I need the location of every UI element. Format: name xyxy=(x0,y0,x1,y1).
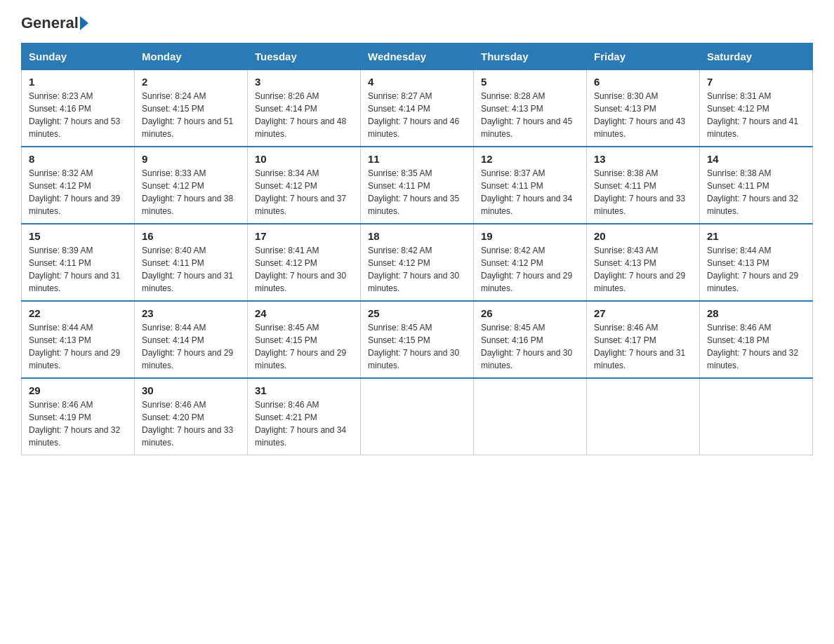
calendar-cell: 5Sunrise: 8:28 AMSunset: 4:13 PMDaylight… xyxy=(474,70,587,147)
calendar-cell: 31Sunrise: 8:46 AMSunset: 4:21 PMDayligh… xyxy=(248,378,361,455)
calendar-cell: 10Sunrise: 8:34 AMSunset: 4:12 PMDayligh… xyxy=(248,147,361,224)
day-number: 7 xyxy=(707,76,805,88)
day-info: Sunrise: 8:41 AMSunset: 4:12 PMDaylight:… xyxy=(255,244,353,295)
day-info: Sunrise: 8:46 AMSunset: 4:17 PMDaylight:… xyxy=(594,321,692,372)
calendar-cell: 8Sunrise: 8:32 AMSunset: 4:12 PMDaylight… xyxy=(22,147,135,224)
calendar-cell: 15Sunrise: 8:39 AMSunset: 4:11 PMDayligh… xyxy=(22,224,135,301)
calendar-cell: 28Sunrise: 8:46 AMSunset: 4:18 PMDayligh… xyxy=(700,301,813,378)
day-info: Sunrise: 8:40 AMSunset: 4:11 PMDaylight:… xyxy=(142,244,240,295)
page-header: General xyxy=(21,14,813,30)
day-info: Sunrise: 8:42 AMSunset: 4:12 PMDaylight:… xyxy=(481,244,579,295)
day-info: Sunrise: 8:43 AMSunset: 4:13 PMDaylight:… xyxy=(594,244,692,295)
calendar-cell: 3Sunrise: 8:26 AMSunset: 4:14 PMDaylight… xyxy=(248,70,361,147)
weekday-header-thursday: Thursday xyxy=(474,43,587,70)
day-number: 10 xyxy=(255,153,353,165)
day-info: Sunrise: 8:44 AMSunset: 4:13 PMDaylight:… xyxy=(29,321,127,372)
day-number: 15 xyxy=(29,230,127,242)
calendar-cell: 18Sunrise: 8:42 AMSunset: 4:12 PMDayligh… xyxy=(361,224,474,301)
day-info: Sunrise: 8:46 AMSunset: 4:19 PMDaylight:… xyxy=(29,398,127,449)
day-number: 28 xyxy=(707,307,805,319)
logo-line1: General xyxy=(21,14,88,32)
calendar-cell: 9Sunrise: 8:33 AMSunset: 4:12 PMDaylight… xyxy=(135,147,248,224)
day-number: 23 xyxy=(142,307,240,319)
day-info: Sunrise: 8:23 AMSunset: 4:16 PMDaylight:… xyxy=(29,90,127,140)
day-number: 8 xyxy=(29,153,127,165)
calendar-cell: 1Sunrise: 8:23 AMSunset: 4:16 PMDaylight… xyxy=(22,70,135,147)
day-number: 13 xyxy=(594,153,692,165)
calendar-cell: 22Sunrise: 8:44 AMSunset: 4:13 PMDayligh… xyxy=(22,301,135,378)
weekday-header-friday: Friday xyxy=(587,43,700,70)
calendar-cell: 30Sunrise: 8:46 AMSunset: 4:20 PMDayligh… xyxy=(135,378,248,455)
day-info: Sunrise: 8:44 AMSunset: 4:13 PMDaylight:… xyxy=(707,244,805,295)
weekday-header-saturday: Saturday xyxy=(700,43,813,70)
day-info: Sunrise: 8:37 AMSunset: 4:11 PMDaylight:… xyxy=(481,167,579,217)
day-info: Sunrise: 8:27 AMSunset: 4:14 PMDaylight:… xyxy=(368,90,466,140)
calendar-week-3: 15Sunrise: 8:39 AMSunset: 4:11 PMDayligh… xyxy=(22,224,813,301)
weekday-header-wednesday: Wednesday xyxy=(361,43,474,70)
calendar-cell: 2Sunrise: 8:24 AMSunset: 4:15 PMDaylight… xyxy=(135,70,248,147)
day-info: Sunrise: 8:35 AMSunset: 4:11 PMDaylight:… xyxy=(368,167,466,217)
calendar-table: SundayMondayTuesdayWednesdayThursdayFrid… xyxy=(21,43,813,455)
day-info: Sunrise: 8:38 AMSunset: 4:11 PMDaylight:… xyxy=(594,167,692,217)
calendar-week-4: 22Sunrise: 8:44 AMSunset: 4:13 PMDayligh… xyxy=(22,301,813,378)
calendar-cell: 13Sunrise: 8:38 AMSunset: 4:11 PMDayligh… xyxy=(587,147,700,224)
day-info: Sunrise: 8:45 AMSunset: 4:15 PMDaylight:… xyxy=(255,321,353,372)
day-info: Sunrise: 8:46 AMSunset: 4:20 PMDaylight:… xyxy=(142,398,240,449)
day-number: 1 xyxy=(29,76,127,88)
day-info: Sunrise: 8:28 AMSunset: 4:13 PMDaylight:… xyxy=(481,90,579,140)
calendar-cell: 4Sunrise: 8:27 AMSunset: 4:14 PMDaylight… xyxy=(361,70,474,147)
calendar-cell: 17Sunrise: 8:41 AMSunset: 4:12 PMDayligh… xyxy=(248,224,361,301)
calendar-cell: 23Sunrise: 8:44 AMSunset: 4:14 PMDayligh… xyxy=(135,301,248,378)
calendar-week-2: 8Sunrise: 8:32 AMSunset: 4:12 PMDaylight… xyxy=(22,147,813,224)
day-number: 6 xyxy=(594,76,692,88)
calendar-cell xyxy=(700,378,813,455)
day-number: 14 xyxy=(707,153,805,165)
day-number: 5 xyxy=(481,76,579,88)
day-info: Sunrise: 8:24 AMSunset: 4:15 PMDaylight:… xyxy=(142,90,240,140)
calendar-cell: 27Sunrise: 8:46 AMSunset: 4:17 PMDayligh… xyxy=(587,301,700,378)
calendar-cell: 25Sunrise: 8:45 AMSunset: 4:15 PMDayligh… xyxy=(361,301,474,378)
day-number: 9 xyxy=(142,153,240,165)
calendar-week-1: 1Sunrise: 8:23 AMSunset: 4:16 PMDaylight… xyxy=(22,70,813,147)
calendar-cell: 20Sunrise: 8:43 AMSunset: 4:13 PMDayligh… xyxy=(587,224,700,301)
day-info: Sunrise: 8:32 AMSunset: 4:12 PMDaylight:… xyxy=(29,167,127,217)
day-number: 19 xyxy=(481,230,579,242)
logo-general-text: General xyxy=(21,14,79,32)
calendar-cell: 7Sunrise: 8:31 AMSunset: 4:12 PMDaylight… xyxy=(700,70,813,147)
day-number: 29 xyxy=(29,384,127,396)
day-info: Sunrise: 8:46 AMSunset: 4:21 PMDaylight:… xyxy=(255,398,353,449)
calendar-cell: 26Sunrise: 8:45 AMSunset: 4:16 PMDayligh… xyxy=(474,301,587,378)
day-number: 11 xyxy=(368,153,466,165)
calendar-cell xyxy=(474,378,587,455)
day-info: Sunrise: 8:44 AMSunset: 4:14 PMDaylight:… xyxy=(142,321,240,372)
day-number: 27 xyxy=(594,307,692,319)
calendar-cell: 24Sunrise: 8:45 AMSunset: 4:15 PMDayligh… xyxy=(248,301,361,378)
day-info: Sunrise: 8:33 AMSunset: 4:12 PMDaylight:… xyxy=(142,167,240,217)
day-info: Sunrise: 8:31 AMSunset: 4:12 PMDaylight:… xyxy=(707,90,805,140)
calendar-cell: 14Sunrise: 8:38 AMSunset: 4:11 PMDayligh… xyxy=(700,147,813,224)
weekday-header-tuesday: Tuesday xyxy=(248,43,361,70)
calendar-cell: 16Sunrise: 8:40 AMSunset: 4:11 PMDayligh… xyxy=(135,224,248,301)
day-info: Sunrise: 8:45 AMSunset: 4:16 PMDaylight:… xyxy=(481,321,579,372)
logo-arrow-icon xyxy=(80,16,88,30)
weekday-header-monday: Monday xyxy=(135,43,248,70)
day-number: 18 xyxy=(368,230,466,242)
calendar-cell: 6Sunrise: 8:30 AMSunset: 4:13 PMDaylight… xyxy=(587,70,700,147)
calendar-cell: 12Sunrise: 8:37 AMSunset: 4:11 PMDayligh… xyxy=(474,147,587,224)
calendar-week-5: 29Sunrise: 8:46 AMSunset: 4:19 PMDayligh… xyxy=(22,378,813,455)
day-info: Sunrise: 8:38 AMSunset: 4:11 PMDaylight:… xyxy=(707,167,805,217)
day-number: 22 xyxy=(29,307,127,319)
day-info: Sunrise: 8:46 AMSunset: 4:18 PMDaylight:… xyxy=(707,321,805,372)
day-number: 24 xyxy=(255,307,353,319)
day-number: 31 xyxy=(255,384,353,396)
weekday-header-sunday: Sunday xyxy=(22,43,135,70)
day-number: 30 xyxy=(142,384,240,396)
calendar-cell: 29Sunrise: 8:46 AMSunset: 4:19 PMDayligh… xyxy=(22,378,135,455)
calendar-cell: 21Sunrise: 8:44 AMSunset: 4:13 PMDayligh… xyxy=(700,224,813,301)
day-number: 21 xyxy=(707,230,805,242)
day-info: Sunrise: 8:30 AMSunset: 4:13 PMDaylight:… xyxy=(594,90,692,140)
day-info: Sunrise: 8:34 AMSunset: 4:12 PMDaylight:… xyxy=(255,167,353,217)
calendar-cell xyxy=(587,378,700,455)
day-number: 17 xyxy=(255,230,353,242)
calendar-cell: 11Sunrise: 8:35 AMSunset: 4:11 PMDayligh… xyxy=(361,147,474,224)
